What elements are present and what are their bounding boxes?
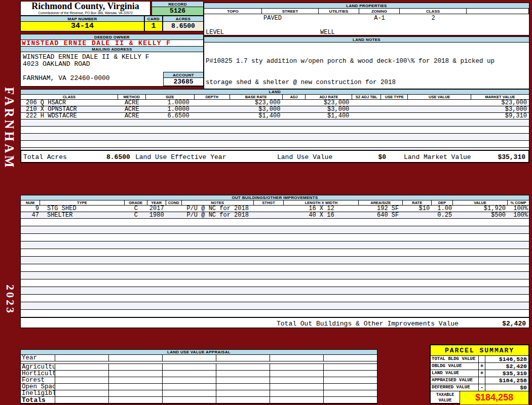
card-value: 1 xyxy=(145,22,162,31)
land-market-value: $35,310 xyxy=(498,153,525,161)
summary-row-appraised: APPRAISED VALUE $184,258 xyxy=(431,377,528,384)
record-label: RECORD xyxy=(152,2,203,7)
commissioner-line: Commissioner of the Revenue, PO Box 366,… xyxy=(21,11,150,15)
land-use-value-label: Land Use Value xyxy=(277,153,332,161)
acres-label: ACRES xyxy=(163,16,203,22)
out-buildings-total-row: Total Out Buildings & Other Improvements… xyxy=(21,317,529,329)
land-row-3: 222 H WDSTACRE ACRE 6.6500 $1,400 $1,400… xyxy=(21,113,529,119)
mailing-line-4: FARNHAM, VA 22460-0000 xyxy=(23,74,110,82)
account-value: 23685 xyxy=(164,78,203,86)
parcel-summary: PARCEL SUMMARY TOTAL BLDG VALUE $146,528… xyxy=(430,344,529,404)
summary-row-deferred: DEFERRED VALUE - $0 xyxy=(431,384,528,391)
out-buildings-title: OUT BUILDINGS/OTHER IMPROVEMENTS xyxy=(21,195,529,200)
col-class: CLASS xyxy=(400,9,467,14)
land-notes-line-2: storage shed & shelter @ new constructio… xyxy=(206,79,527,86)
appraisal-row-horticulture: Horticulture xyxy=(21,371,377,377)
land-row-1: 206 Q HSACR ACRE 1.0000 $23,000 $23,000 … xyxy=(21,100,529,106)
land-notes-box: LAND NOTES P#10825 1.7 sty addition w/op… xyxy=(204,36,529,89)
land-notes-line-1: P#10825 1.7 sty addition w/open porch & … xyxy=(206,58,527,65)
land-table-header: CLASS METHOD SIZE DEPTH BASE RATE ADJ AD… xyxy=(21,95,529,100)
appraisal-empty-cells xyxy=(55,377,377,383)
map-number-box: MAP NUMBER 34-14 xyxy=(20,16,144,31)
account-label: ACCOUNT xyxy=(164,72,203,78)
col-topo: TOPO xyxy=(204,9,262,14)
acres-box: ACRES 8.6500 xyxy=(163,16,204,31)
total-acres-value: 8.6500 xyxy=(106,153,130,161)
year-banner: 2023 xyxy=(4,285,17,315)
summary-row-taxable: TAXABLE VALUE $184,258 xyxy=(431,391,528,404)
deeded-owner-box: DEEDED OWNER WINSTEAD ERNIE DALE II & KE… xyxy=(20,34,204,47)
appraisal-row-open-space: Open Space xyxy=(21,384,377,390)
county-title: Richmond County, Virginia xyxy=(21,2,150,11)
property-record-card: FARNHAM 2023 Richmond County, Virginia C… xyxy=(0,0,532,405)
out-buildings-total-label: Total Out Buildings & Other Improvements… xyxy=(277,320,459,328)
appraisal-row-year: Year xyxy=(21,355,377,361)
appraisal-row-ineligible: Ineligible xyxy=(21,390,377,397)
land-use-effective-year-label: Land Use Effective Year xyxy=(135,153,226,161)
appraisal-empty-cells xyxy=(55,364,377,370)
map-number-value: 34-14 xyxy=(21,22,144,31)
land-use-appraisal-title: LAND USE VALUE APPRAISAL xyxy=(21,350,377,355)
appraisal-empty-cells xyxy=(55,371,377,377)
land-properties-title: LAND PROPERTIES xyxy=(204,3,529,9)
col-filler xyxy=(467,9,529,14)
land-use-appraisal-table: LAND USE VALUE APPRAISAL Year Agricultur… xyxy=(20,349,377,404)
acres-value: 8.6500 xyxy=(163,22,203,31)
district-banner: FARNHAM xyxy=(2,87,16,170)
land-totals-row: Total Acres 8.6500 Land Use Effective Ye… xyxy=(20,150,529,163)
col-street: STREET xyxy=(262,9,319,14)
record-value: 5126 xyxy=(152,7,203,15)
appraisal-empty-cells xyxy=(55,355,377,361)
parcel-summary-title: PARCEL SUMMARY xyxy=(431,345,528,356)
card-label: CARD xyxy=(145,16,162,22)
taxable-value: $184,258 xyxy=(460,391,528,404)
appraisal-row-forest: Forest xyxy=(21,377,377,384)
mailing-line-1: WINSTEAD ERNIE DALE II & KELLY F xyxy=(23,53,149,61)
out-building-row-1: 9 STG SHED C 2017 P/U @ NC for 2018 16 X… xyxy=(21,206,529,212)
out-buildings-empty-rows xyxy=(21,219,529,317)
land-notes-title: LAND NOTES xyxy=(204,37,529,43)
record-box: RECORD 5126 xyxy=(151,1,204,16)
taxable-value-label: TAXABLE VALUE xyxy=(431,391,460,404)
out-buildings-table: OUT BUILDINGS/OTHER IMPROVEMENTS NUM TYP… xyxy=(20,195,529,328)
land-use-value: $0 xyxy=(353,153,386,161)
appraisal-row-agriculture: Agriculture xyxy=(21,364,377,371)
card-box: CARD 1 xyxy=(144,16,163,31)
summary-row-land: LAND VALUE + $35,310 xyxy=(431,370,528,377)
account-box: ACCOUNT 23685 xyxy=(163,72,204,86)
land-properties-box: LAND PROPERTIES TOPO STREET UTILITIES ZO… xyxy=(204,3,529,35)
land-table: LAND CLASS METHOD SIZE DEPTH BASE RATE A… xyxy=(20,89,529,150)
col-zoning: ZONING xyxy=(359,9,400,14)
appraisal-empty-cells xyxy=(55,384,377,390)
out-buildings-total-value: $2,420 xyxy=(502,320,526,328)
land-row-2: 210 X OPNSTACR ACRE 1.0000 $3,000 $3,000… xyxy=(21,106,529,113)
col-utilities: UTILITIES xyxy=(319,9,359,14)
out-buildings-header: NUM TYPE GRADE YEAR COND NOTES STHGT LEN… xyxy=(21,200,529,206)
mailing-line-2: 4023 OAKLAND ROAD xyxy=(23,60,90,68)
total-acres-label: Total Acres xyxy=(23,153,67,161)
appraisal-row-totals: Totals xyxy=(21,397,377,403)
land-properties-header: TOPO STREET UTILITIES ZONING CLASS xyxy=(204,9,529,14)
land-empty-rows xyxy=(21,119,529,150)
mailing-address-title: MAILING ADDRESS xyxy=(21,47,203,52)
summary-row-obldg: OBLDG VALUE + $2,420 xyxy=(431,363,528,370)
land-market-value-label: Land Market Value xyxy=(404,153,471,161)
mailing-address-box: MAILING ADDRESS WINSTEAD ERNIE DALE II &… xyxy=(20,46,204,87)
summary-row-total-bldg: TOTAL BLDG VALUE $146,528 xyxy=(431,356,528,363)
appraisal-empty-cells xyxy=(55,397,377,403)
map-number-label: MAP NUMBER xyxy=(21,16,144,22)
out-building-row-2: 47 SHELTER C 1980 P/U @ NC for 2018 40 X… xyxy=(21,212,529,219)
appraisal-empty-cells xyxy=(55,390,377,396)
land-table-title: LAND xyxy=(21,90,529,95)
county-header: Richmond County, Virginia Commissioner o… xyxy=(20,1,150,16)
